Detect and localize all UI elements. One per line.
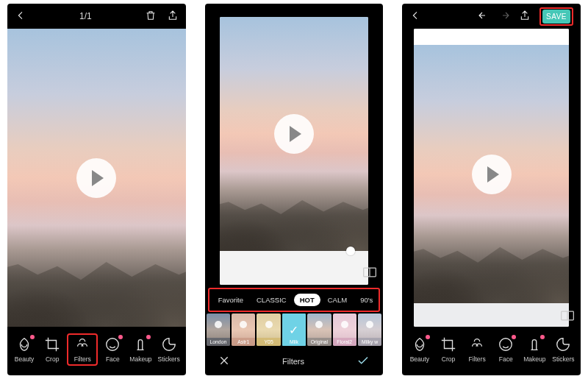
close-icon[interactable]	[218, 355, 230, 368]
tool-face[interactable]: Face	[99, 336, 126, 363]
thumb-sun-icon	[265, 321, 273, 328]
save-button-highlight: SAVE	[539, 7, 573, 26]
topbar: SAVE	[402, 4, 581, 29]
tool-filters[interactable]: Filters	[69, 336, 96, 363]
undo-icon[interactable]	[478, 10, 490, 23]
delete-icon[interactable]	[145, 10, 157, 24]
tool-label: Face	[106, 355, 120, 363]
stickers-icon	[161, 336, 177, 353]
filter-thumb-original[interactable]: Original	[307, 314, 331, 346]
spacer	[205, 4, 384, 17]
intensity-slider-area[interactable]	[220, 251, 369, 285]
compare-icon[interactable]	[560, 309, 575, 322]
filter-thumb-milk[interactable]: ✓Milk	[282, 314, 306, 346]
compare-icon[interactable]	[362, 266, 377, 279]
share-icon[interactable]	[519, 10, 531, 24]
thumb-label: Y05	[257, 338, 280, 346]
new-badge-icon	[146, 335, 151, 339]
redo-icon[interactable]	[498, 10, 510, 23]
play-icon[interactable]	[472, 155, 512, 194]
play-icon[interactable]	[76, 158, 116, 198]
topbar: 1/1	[7, 4, 186, 29]
thumb-label: Milk	[282, 338, 306, 346]
tool-makeup[interactable]: Makeup	[521, 336, 548, 363]
filter-category-favorite[interactable]: Favorite	[212, 294, 249, 306]
filter-thumb-astr1[interactable]: Astr1	[232, 314, 255, 346]
beauty-icon	[16, 336, 32, 353]
tool-label: Filters	[74, 355, 91, 363]
tool-label: Crop	[46, 355, 59, 363]
filters-icon	[469, 336, 485, 353]
thumb-label: Floral2	[333, 338, 356, 346]
canvas-frame	[402, 29, 581, 327]
crop-icon	[440, 336, 456, 353]
beauty-icon	[412, 336, 428, 353]
editor-title: Filters	[282, 357, 304, 366]
editor-footer: Filters	[205, 347, 384, 375]
new-badge-icon	[118, 335, 123, 339]
canvas	[414, 29, 569, 327]
new-badge-icon	[426, 335, 430, 339]
tool-label: Crop	[442, 355, 455, 363]
filter-thumb-milkyw[interactable]: Milky w	[358, 314, 381, 346]
makeup-icon	[526, 336, 542, 353]
slider-knob[interactable]	[346, 247, 355, 255]
tool-label: Beauty	[410, 355, 429, 363]
save-button[interactable]: SAVE	[542, 10, 570, 24]
new-badge-icon	[512, 335, 516, 339]
tool-label: Filters	[469, 355, 486, 363]
tool-makeup[interactable]: Makeup	[127, 336, 154, 363]
back-icon[interactable]	[15, 10, 26, 24]
video-preview[interactable]	[220, 17, 369, 251]
thumb-sun-icon	[341, 321, 348, 328]
screen-2-filters: FavoriteCLASSICHOTCALM90'sDREAMY LondonA…	[205, 4, 384, 375]
filter-thumb-london[interactable]: London	[207, 314, 230, 346]
page-counter: 1/1	[79, 11, 92, 21]
tool-label: Beauty	[15, 355, 34, 363]
thumb-sun-icon	[366, 321, 373, 328]
thumb-label: London	[207, 338, 230, 346]
filter-category-dreamy[interactable]: DREAMY	[380, 294, 383, 306]
play-icon[interactable]	[274, 114, 314, 154]
thumb-label: Milky w	[358, 338, 381, 346]
thumb-sun-icon	[315, 321, 323, 328]
screen-1-editor: 1/1 BeautyCropFiltersFaceMakeupStickers	[7, 4, 186, 375]
filter-thumbnails: LondonAstr1Y05✓MilkOriginalFloral2Milky …	[205, 314, 384, 347]
tool-face[interactable]: Face	[492, 336, 519, 363]
tool-filters[interactable]: Filters	[464, 336, 490, 363]
filter-thumb-y05[interactable]: Y05	[257, 314, 280, 346]
thumb-label: Original	[307, 338, 331, 346]
confirm-icon[interactable]	[356, 354, 370, 369]
tool-label: Makeup	[129, 355, 151, 363]
tool-stickers[interactable]: Stickers	[550, 336, 576, 363]
filters-icon	[74, 336, 90, 353]
filter-category-90s[interactable]: 90's	[354, 294, 379, 306]
filter-category-hot[interactable]: HOT	[294, 294, 320, 306]
thumb-sun-icon	[240, 321, 247, 328]
filter-category-calm[interactable]: CALM	[322, 294, 353, 306]
bottom-toolbar: BeautyCropFiltersFaceMakeupStickers	[7, 327, 186, 375]
crop-icon	[44, 336, 60, 353]
tool-crop[interactable]: Crop	[39, 336, 65, 363]
tool-beauty[interactable]: Beauty	[406, 336, 433, 363]
tool-crop[interactable]: Crop	[435, 336, 462, 363]
thumb-label: Astr1	[232, 338, 255, 346]
tool-label: Stickers	[552, 355, 574, 363]
share-icon[interactable]	[167, 10, 179, 24]
canvas-frame	[205, 17, 384, 285]
filter-thumb-floral2[interactable]: Floral2	[333, 314, 356, 346]
tool-label: Stickers	[157, 355, 179, 363]
filter-category-row: FavoriteCLASSICHOTCALM90'sDREAMY	[208, 288, 381, 312]
video-preview[interactable]	[7, 29, 186, 327]
video-preview[interactable]	[414, 45, 569, 303]
new-badge-icon	[30, 335, 35, 339]
screen-3-save: SAVE BeautyCropFiltersFaceMakeupStickers	[402, 4, 581, 375]
tool-beauty[interactable]: Beauty	[11, 336, 37, 363]
filter-category-classic[interactable]: CLASSIC	[251, 294, 293, 306]
back-icon[interactable]	[409, 10, 421, 24]
new-badge-icon	[540, 335, 545, 339]
stickers-icon	[555, 336, 571, 353]
tool-stickers[interactable]: Stickers	[156, 336, 182, 363]
face-icon	[104, 336, 121, 353]
canvas	[220, 17, 369, 285]
